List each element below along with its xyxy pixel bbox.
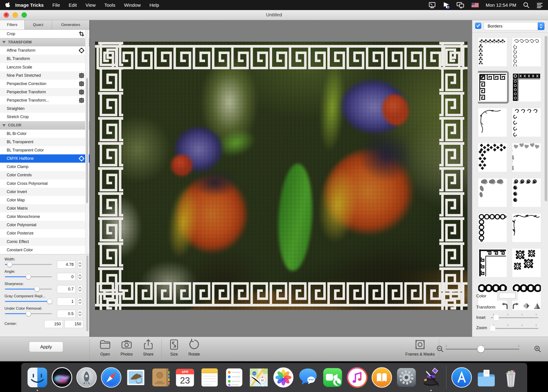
- dock-reminders-icon[interactable]: [223, 367, 245, 388]
- zoom-out-icon[interactable]: [436, 345, 444, 354]
- dock-calendar-icon[interactable]: APR23: [174, 367, 196, 388]
- param-slider-width[interactable]: [5, 264, 52, 265]
- menu-tools[interactable]: Tools: [104, 2, 115, 8]
- displays-status-icon[interactable]: [457, 1, 465, 9]
- filter-color-map[interactable]: Color Map: [0, 196, 90, 204]
- border-thumb-greek-key[interactable]: [478, 73, 507, 102]
- menu-file[interactable]: File: [52, 2, 60, 8]
- inset-slider-knob[interactable]: [493, 314, 499, 321]
- param-slider-sharpness[interactable]: [5, 289, 52, 289]
- filter-color-polynomial[interactable]: Color Polynomial: [0, 221, 90, 229]
- filter-crop[interactable]: Crop: [0, 30, 90, 38]
- param-value-under-color-removal[interactable]: [57, 310, 76, 318]
- tab-filters[interactable]: Filters: [0, 20, 25, 29]
- notification-center-icon[interactable]: [536, 2, 543, 8]
- dock-safari-icon[interactable]: [100, 367, 122, 388]
- filter-bl-transparent[interactable]: BL Transparent: [0, 138, 90, 146]
- canvas-zoom-knob[interactable]: [477, 345, 485, 353]
- cursor-status-icon[interactable]: [443, 1, 450, 9]
- filter-perspective-transform[interactable]: Perspective Transform...: [0, 96, 90, 105]
- border-thumb-swirl-dots[interactable]: [512, 108, 541, 137]
- toolbar-photos-button[interactable]: Photos: [116, 338, 137, 357]
- dock-finder-icon[interactable]: [27, 367, 48, 388]
- dock-trash-icon[interactable]: [500, 367, 522, 388]
- tab-generators[interactable]: Generators: [52, 20, 90, 29]
- menu-help[interactable]: Help: [149, 2, 159, 8]
- param-slider-angle[interactable]: [5, 276, 52, 277]
- center-x-field[interactable]: [44, 320, 63, 328]
- menu-edit[interactable]: Edit: [69, 2, 77, 8]
- dock-facetime-icon[interactable]: [322, 367, 343, 388]
- center-y-field[interactable]: [65, 320, 83, 328]
- border-thumb-greek-key-thick[interactable]: [478, 248, 507, 277]
- filter-color-cross-polynomial[interactable]: Color Cross Polynomial: [0, 179, 90, 188]
- param-slider-knob[interactable]: [47, 299, 52, 304]
- border-zoom-slider-knob[interactable]: [490, 325, 496, 331]
- filter-section-transform[interactable]: TRANSFORM: [0, 38, 90, 46]
- param-stepper-gray-component-repl[interactable]: [77, 297, 83, 305]
- param-stepper-angle[interactable]: [77, 273, 83, 281]
- border-thumb-ornate-bars[interactable]: [512, 73, 541, 102]
- app-menu[interactable]: Image Tricks: [15, 2, 44, 8]
- dock-itunes-icon[interactable]: [347, 367, 368, 388]
- dock-image-tricks-icon[interactable]: [420, 367, 442, 388]
- borders-scrollbar[interactable]: [545, 36, 547, 201]
- border-thumb-checker-diamonds[interactable]: [478, 143, 507, 172]
- param-slider-under-color-removal[interactable]: [5, 313, 52, 314]
- filter-color-clamp[interactable]: Color Clamp: [0, 163, 90, 171]
- param-slider-gray-component-repl[interactable]: [5, 301, 52, 302]
- filter-bl-transparent-color[interactable]: BL Transparent Color: [0, 146, 90, 154]
- filter-color-monochrome[interactable]: Color Monochrome: [0, 213, 90, 221]
- toolbar-size-button[interactable]: Size: [163, 338, 185, 357]
- filter-constant-color[interactable]: Constant Color: [0, 246, 90, 254]
- dock-maps-icon[interactable]: 2803D: [248, 367, 270, 388]
- photo-canvas[interactable]: [95, 42, 467, 310]
- param-value-width[interactable]: [57, 261, 76, 268]
- filter-color-posterize[interactable]: Color Posterize: [0, 229, 90, 237]
- border-thumb-floral-corner[interactable]: [478, 38, 507, 67]
- filter-comic-effect[interactable]: Comic Effect: [0, 238, 90, 246]
- filter-affine-transform[interactable]: Affine Transform: [0, 46, 90, 55]
- filter-color-invert[interactable]: Color Invert: [0, 188, 90, 196]
- toolbar-share-button[interactable]: Share: [138, 338, 159, 357]
- filter-bl-transform[interactable]: BL Transform: [0, 55, 90, 63]
- inset-slider[interactable]: [491, 314, 538, 320]
- filter-perspective-correction[interactable]: Perspective Correction: [0, 80, 90, 88]
- filter-color-controls[interactable]: Color Controls: [0, 171, 90, 179]
- dock-messages-icon[interactable]: [297, 367, 319, 388]
- apply-button[interactable]: Apply: [29, 342, 63, 352]
- rotate-right-icon[interactable]: [512, 302, 520, 310]
- spotlight-search-icon[interactable]: [523, 2, 530, 8]
- border-thumb-celtic-knot[interactable]: [512, 248, 541, 277]
- border-color-well[interactable]: [497, 291, 517, 300]
- flip-vertical-icon[interactable]: [533, 302, 541, 310]
- dock-notes-icon[interactable]: [199, 367, 220, 388]
- menu-clock[interactable]: Mon 12:54 PM: [486, 2, 516, 8]
- filter-lanczos-scale[interactable]: Lanczos Scale: [0, 63, 90, 71]
- filter-nine-part-stretched[interactable]: Nine Part Stretched: [0, 71, 90, 80]
- border-zoom-slider[interactable]: [491, 324, 538, 331]
- filter-perspective-transform[interactable]: Perspective Transform: [0, 88, 90, 96]
- toolbar-open-button[interactable]: Open: [94, 338, 116, 357]
- filter-list-scrollbar[interactable]: [85, 30, 89, 254]
- border-thumb-leaf-vine[interactable]: [512, 213, 541, 242]
- category-enabled-checkbox[interactable]: [475, 23, 481, 29]
- toolbar-frames-masks-button[interactable]: Frames & Masks: [401, 338, 439, 357]
- dock-system-preferences-icon[interactable]: [396, 367, 417, 388]
- dock-launchpad-icon[interactable]: [76, 367, 97, 388]
- category-dropdown[interactable]: Borders: [484, 22, 545, 30]
- filter-stretch-crop[interactable]: Stretch Crop: [0, 113, 90, 121]
- param-value-angle[interactable]: [57, 273, 76, 281]
- zoom-in-icon[interactable]: [534, 345, 542, 354]
- flip-horizontal-icon[interactable]: [522, 302, 530, 310]
- apple-menu-icon[interactable]: [5, 2, 10, 8]
- filter-color-matrix[interactable]: Color Matrix: [0, 204, 90, 213]
- param-slider-knob[interactable]: [26, 311, 31, 316]
- border-thumb-hearts-gray[interactable]: [512, 143, 541, 172]
- dock-photos-icon[interactable]: [273, 367, 294, 388]
- menu-window[interactable]: Window: [124, 2, 141, 8]
- dock-app-store-icon[interactable]: [451, 367, 472, 388]
- dock-downloads-icon[interactable]: [476, 367, 497, 388]
- display-status-icon[interactable]: [428, 1, 436, 9]
- param-slider-knob[interactable]: [34, 287, 39, 292]
